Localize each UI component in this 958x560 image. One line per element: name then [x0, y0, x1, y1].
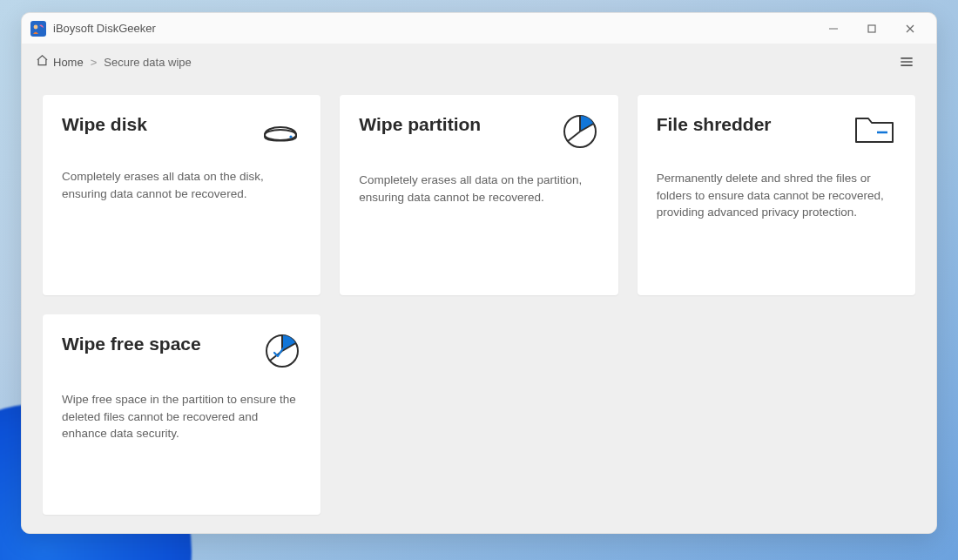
subheader: Home > Secure data wipe — [22, 44, 936, 79]
content-area: Wipe disk Completely erases all data on … — [22, 79, 936, 533]
svg-rect-0 — [30, 21, 46, 37]
svg-point-1 — [34, 24, 38, 29]
breadcrumb-home-label: Home — [53, 56, 84, 69]
app-title: iBoysoft DiskGeeker — [53, 22, 156, 35]
svg-rect-3 — [868, 25, 875, 32]
card-title: Wipe free space — [62, 332, 201, 355]
home-icon — [36, 54, 49, 70]
pie-icon — [557, 112, 599, 151]
close-button[interactable] — [891, 13, 929, 44]
card-desc: Completely erases all data on the partit… — [359, 172, 598, 206]
card-wipe-disk[interactable]: Wipe disk Completely erases all data on … — [43, 95, 320, 295]
card-desc: Completely erases all data on the disk, … — [62, 168, 301, 202]
titlebar: iBoysoft DiskGeeker — [22, 13, 936, 44]
breadcrumb: Home > Secure data wipe — [36, 54, 192, 70]
breadcrumb-separator: > — [91, 56, 98, 69]
card-file-shredder[interactable]: File shredder Permanently delete and shr… — [638, 95, 915, 295]
svg-line-14 — [568, 132, 580, 141]
card-wipe-partition[interactable]: Wipe partition Completely erases all dat… — [340, 95, 617, 295]
svg-point-10 — [290, 135, 293, 138]
app-window: iBoysoft DiskGeeker Home — [21, 12, 937, 534]
card-grid: Wipe disk Completely erases all data on … — [43, 95, 915, 515]
pie-check-icon — [260, 332, 301, 370]
card-title: Wipe disk — [62, 112, 147, 136]
breadcrumb-current: Secure data wipe — [104, 56, 191, 69]
card-title: File shredder — [657, 112, 772, 136]
breadcrumb-home[interactable]: Home — [36, 54, 84, 70]
menu-button[interactable] — [891, 46, 922, 78]
svg-point-9 — [265, 130, 296, 140]
minimize-button[interactable] — [814, 13, 853, 44]
card-wipe-free-space[interactable]: Wipe free space Wipe free space in the p… — [43, 314, 320, 515]
card-desc: Wipe free space in the partition to ensu… — [62, 391, 301, 442]
disk-icon — [260, 112, 301, 147]
app-icon — [30, 21, 46, 37]
card-title: Wipe partition — [359, 112, 481, 136]
window-controls — [814, 13, 929, 44]
card-desc: Permanently delete and shred the files o… — [657, 170, 896, 221]
folder-minus-icon — [853, 112, 896, 149]
maximize-button[interactable] — [853, 13, 891, 44]
